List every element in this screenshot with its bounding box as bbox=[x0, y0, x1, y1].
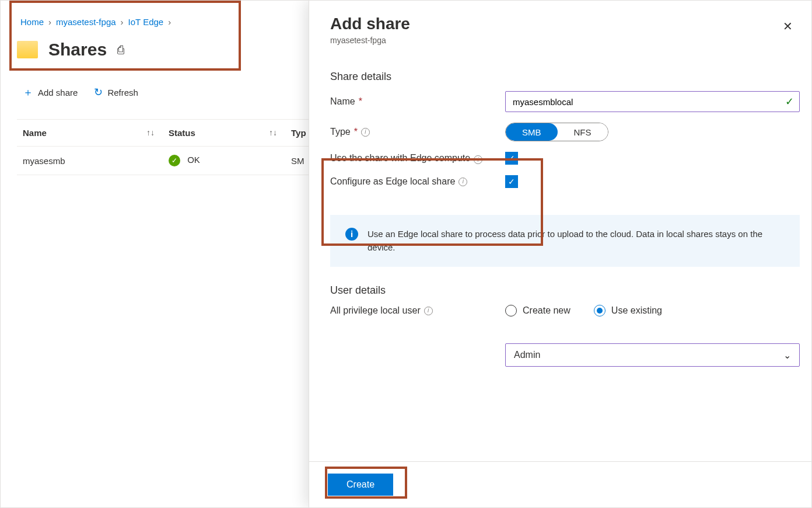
cell-status-text: OK bbox=[187, 155, 200, 165]
sort-icon: ↑↓ bbox=[269, 128, 277, 138]
add-share-label: Add share bbox=[38, 88, 78, 98]
radio-create-label: Create new bbox=[523, 305, 570, 316]
add-share-button[interactable]: ＋ Add share bbox=[23, 85, 78, 99]
edge-local-label: Configure as Edge local share i bbox=[330, 176, 505, 187]
col-name[interactable]: Name ↑↓ bbox=[23, 128, 169, 138]
radio-use-existing[interactable]: Use existing bbox=[594, 305, 662, 316]
user-label: All privilege local user i bbox=[330, 305, 505, 316]
edge-local-checkbox[interactable]: ✓ bbox=[505, 175, 518, 188]
cell-status: ✓ OK bbox=[169, 155, 291, 166]
radio-icon bbox=[505, 305, 517, 316]
refresh-icon: ↻ bbox=[94, 86, 103, 99]
type-label-text: Type bbox=[330, 127, 351, 137]
cell-name: myasesmb bbox=[23, 156, 169, 166]
user-details-heading: User details bbox=[330, 284, 800, 297]
edge-compute-checkbox[interactable]: ✓ bbox=[505, 152, 518, 165]
panel-subtitle: myasetest-fpga bbox=[330, 36, 410, 45]
breadcrumb-home[interactable]: Home bbox=[20, 17, 44, 27]
radio-create-new[interactable]: Create new bbox=[505, 305, 570, 316]
user-select-value: Admin bbox=[514, 350, 540, 360]
type-toggle: SMB NFS bbox=[505, 123, 608, 141]
info-banner-text: Use an Edge local share to process data … bbox=[368, 228, 785, 254]
edge-compute-label: Use the share with Edge compute i bbox=[330, 152, 494, 164]
check-circle-icon: ✓ bbox=[169, 155, 180, 166]
required-asterisk: * bbox=[359, 96, 362, 107]
edge-compute-label-text: Use the share with Edge compute bbox=[330, 153, 470, 163]
breadcrumb-section[interactable]: IoT Edge bbox=[128, 17, 164, 27]
chevron-right-icon: › bbox=[168, 17, 171, 27]
type-label: Type * i bbox=[330, 127, 505, 137]
radio-existing-label: Use existing bbox=[611, 305, 662, 316]
radio-icon bbox=[594, 305, 606, 316]
panel-title: Add share bbox=[330, 15, 410, 33]
info-icon[interactable]: i bbox=[424, 307, 433, 315]
chevron-down-icon: ⌄ bbox=[783, 350, 791, 361]
chevron-right-icon: › bbox=[48, 17, 51, 27]
info-banner: i Use an Edge local share to process dat… bbox=[330, 215, 800, 267]
info-icon[interactable]: i bbox=[474, 155, 482, 164]
type-nfs[interactable]: NFS bbox=[558, 123, 608, 141]
refresh-label: Refresh bbox=[107, 88, 138, 98]
info-icon[interactable]: i bbox=[361, 128, 370, 137]
name-label: Name * bbox=[330, 96, 505, 107]
add-share-panel: Add share myasetest-fpga ✕ Share details… bbox=[309, 1, 811, 507]
folder-icon bbox=[17, 41, 38, 58]
info-icon[interactable]: i bbox=[459, 178, 467, 186]
required-asterisk: * bbox=[354, 127, 358, 137]
plus-icon: ＋ bbox=[23, 85, 33, 99]
col-name-label: Name bbox=[23, 128, 47, 138]
col-status-label: Status bbox=[169, 128, 195, 138]
user-label-text: All privilege local user bbox=[330, 305, 421, 316]
refresh-button[interactable]: ↻ Refresh bbox=[94, 85, 138, 99]
share-details-heading: Share details bbox=[330, 71, 800, 83]
close-icon[interactable]: ✕ bbox=[783, 19, 793, 33]
name-label-text: Name bbox=[330, 96, 355, 107]
info-circle-icon: i bbox=[345, 228, 358, 241]
create-button[interactable]: Create bbox=[328, 474, 393, 496]
share-name-input[interactable] bbox=[505, 91, 800, 112]
col-status[interactable]: Status ↑↓ bbox=[169, 128, 291, 138]
type-smb[interactable]: SMB bbox=[506, 123, 558, 141]
pin-icon[interactable]: ⎙ bbox=[117, 43, 124, 57]
col-type-label: Typ bbox=[291, 128, 306, 138]
page-title: Shares bbox=[48, 40, 107, 60]
breadcrumb-device[interactable]: myasetest-fpga bbox=[56, 17, 116, 27]
edge-local-label-text: Configure as Edge local share bbox=[330, 176, 455, 187]
sort-icon: ↑↓ bbox=[146, 128, 155, 138]
chevron-right-icon: › bbox=[121, 17, 124, 27]
user-select[interactable]: Admin ⌄ bbox=[505, 343, 800, 367]
check-icon: ✓ bbox=[785, 95, 794, 108]
